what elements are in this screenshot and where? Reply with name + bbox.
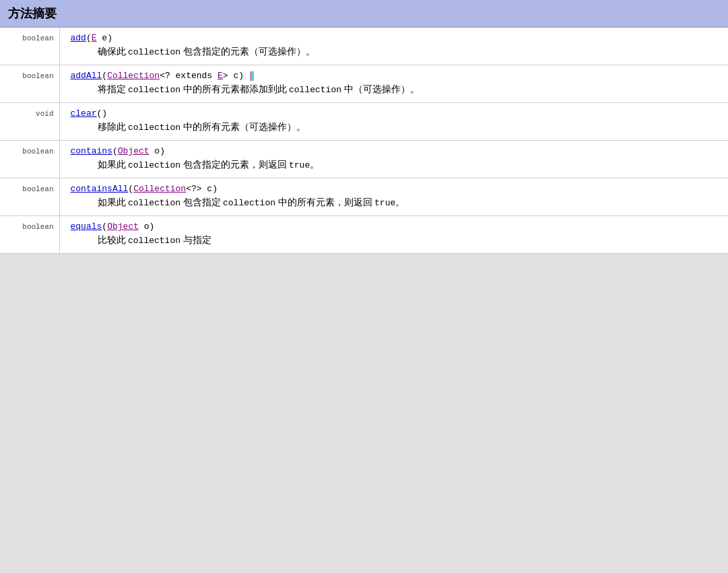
desc-text3: 。 bbox=[310, 160, 319, 170]
methods-table: boolean add(E e) 确保此 collection 包含指定的元素（… bbox=[0, 28, 728, 254]
method-signature: containsAll(Collection<?> c) bbox=[71, 184, 721, 194]
desc-text2: 中的所有元素都添加到此 bbox=[180, 84, 289, 94]
method-paren: ( bbox=[86, 33, 92, 43]
table-row: boolean contains(Object o) 如果此 collectio… bbox=[0, 141, 728, 178]
desc-code2: true bbox=[289, 160, 310, 170]
method-detail-cell: equals(Object o) 比较此 collection 与指定 bbox=[59, 216, 728, 254]
desc-text2: 包含指定的元素（可选操作）。 bbox=[180, 46, 315, 57]
method-type-Collection1[interactable]: Collection bbox=[107, 71, 160, 81]
method-params: o) bbox=[139, 222, 154, 232]
desc-code: collection bbox=[128, 123, 180, 133]
method-paren: ( bbox=[102, 71, 107, 81]
desc-text2: 包含指定的元素，则返回 bbox=[180, 160, 289, 170]
return-type-cell: boolean bbox=[0, 216, 59, 254]
method-generic2: <?> c) bbox=[186, 184, 218, 194]
return-type: boolean bbox=[22, 223, 53, 231]
method-paren: ( bbox=[112, 146, 118, 156]
table-row: void clear() 移除此 collection 中的所有元素（可选操作）… bbox=[0, 103, 728, 141]
method-detail-cell: containsAll(Collection<?> c) 如果此 collect… bbox=[59, 178, 728, 216]
method-description-contains: 如果此 collection 包含指定的元素，则返回 true。 bbox=[71, 159, 721, 171]
method-params: o) bbox=[150, 146, 165, 156]
desc-code2: collection bbox=[289, 85, 341, 95]
table-row: boolean containsAll(Collection<?> c) 如果此… bbox=[0, 178, 728, 216]
desc-code: collection bbox=[128, 85, 180, 95]
return-type: boolean bbox=[22, 34, 53, 42]
method-params: () bbox=[97, 108, 108, 119]
desc-text4: 。 bbox=[395, 197, 405, 207]
method-signature: equals(Object o) bbox=[71, 222, 721, 232]
desc-text: 比较此 bbox=[98, 235, 129, 245]
return-type: boolean bbox=[22, 72, 53, 80]
method-type-Collection2[interactable]: Collection bbox=[133, 184, 186, 194]
table-row: boolean equals(Object o) 比较此 collection … bbox=[0, 216, 728, 254]
return-type: boolean bbox=[22, 185, 53, 193]
return-type-cell: boolean bbox=[0, 178, 59, 216]
method-generic: <? extends bbox=[160, 71, 218, 81]
section-title: 方法摘要 bbox=[8, 7, 57, 20]
method-description-equals: 比较此 collection 与指定 bbox=[71, 234, 721, 246]
desc-text2: 中的所有元素（可选操作）。 bbox=[180, 122, 306, 132]
method-name-clear[interactable]: clear bbox=[71, 108, 97, 119]
desc-code2: collection bbox=[223, 198, 275, 208]
desc-code3: true bbox=[374, 198, 395, 208]
method-name-containsAll[interactable]: containsAll bbox=[71, 184, 129, 194]
method-description-add: 确保此 collection 包含指定的元素（可选操作）。 bbox=[71, 46, 721, 58]
method-description-clear: 移除此 collection 中的所有元素（可选操作）。 bbox=[71, 121, 721, 133]
desc-text: 如果此 bbox=[98, 197, 129, 207]
method-name-add[interactable]: add bbox=[71, 33, 86, 43]
return-type-cell: boolean bbox=[0, 141, 59, 178]
method-signature: add(E e) bbox=[71, 33, 721, 43]
method-detail-cell: contains(Object o) 如果此 collection 包含指定的元… bbox=[59, 141, 728, 178]
method-type-Object[interactable]: Object bbox=[118, 146, 150, 156]
method-detail-cell: clear() 移除此 collection 中的所有元素（可选操作）。 bbox=[59, 103, 728, 141]
method-params: e) bbox=[97, 33, 112, 43]
return-type-cell: boolean bbox=[0, 28, 59, 65]
desc-text3: 中（可选操作）。 bbox=[341, 84, 420, 94]
method-signature: contains(Object o) bbox=[71, 146, 721, 156]
desc-text2: 与指定 bbox=[180, 235, 211, 245]
desc-code: collection bbox=[128, 198, 180, 208]
bottom-area bbox=[0, 254, 728, 573]
section-header: 方法摘要 bbox=[0, 0, 728, 28]
return-type-cell: void bbox=[0, 103, 59, 141]
method-signature: clear() bbox=[71, 108, 721, 119]
desc-code: collection bbox=[128, 236, 180, 246]
cursor-indicator bbox=[250, 71, 254, 81]
method-paren: ( bbox=[102, 222, 107, 232]
table-row: boolean add(E e) 确保此 collection 包含指定的元素（… bbox=[0, 28, 728, 65]
method-type-E2[interactable]: E bbox=[218, 71, 223, 81]
return-type: void bbox=[36, 110, 53, 118]
desc-text2: 包含指定 bbox=[180, 197, 223, 207]
method-type-E[interactable]: E bbox=[92, 33, 97, 43]
method-description-addAll: 将指定 collection 中的所有元素都添加到此 collection 中（… bbox=[71, 83, 721, 96]
return-type-cell: boolean bbox=[0, 65, 59, 103]
method-params2: > c) bbox=[223, 71, 244, 81]
page-container: 方法摘要 boolean add(E e) 确保此 collection 包含指… bbox=[0, 0, 728, 573]
desc-text: 如果此 bbox=[98, 160, 129, 170]
desc-code: collection bbox=[128, 47, 180, 57]
method-detail-cell: add(E e) 确保此 collection 包含指定的元素（可选操作）。 bbox=[59, 28, 728, 65]
method-type-Object2[interactable]: Object bbox=[107, 222, 139, 232]
desc-text: 确保此 bbox=[98, 46, 129, 57]
method-detail-cell: addAll(Collection<? extends E> c) 将指定 co… bbox=[59, 65, 728, 103]
return-type: boolean bbox=[22, 147, 53, 156]
method-name-equals[interactable]: equals bbox=[71, 222, 102, 232]
method-description-containsAll: 如果此 collection 包含指定 collection 中的所有元素，则返… bbox=[71, 197, 721, 209]
table-row: boolean addAll(Collection<? extends E> c… bbox=[0, 65, 728, 103]
method-signature: addAll(Collection<? extends E> c) bbox=[71, 71, 721, 81]
desc-text3: 中的所有元素，则返回 bbox=[275, 197, 374, 207]
method-name-contains[interactable]: contains bbox=[71, 146, 112, 156]
method-paren: ( bbox=[128, 184, 133, 194]
desc-text: 移除此 bbox=[98, 122, 129, 132]
desc-code: collection bbox=[128, 160, 180, 170]
desc-text: 将指定 bbox=[98, 84, 129, 94]
method-name-addAll[interactable]: addAll bbox=[71, 71, 102, 81]
